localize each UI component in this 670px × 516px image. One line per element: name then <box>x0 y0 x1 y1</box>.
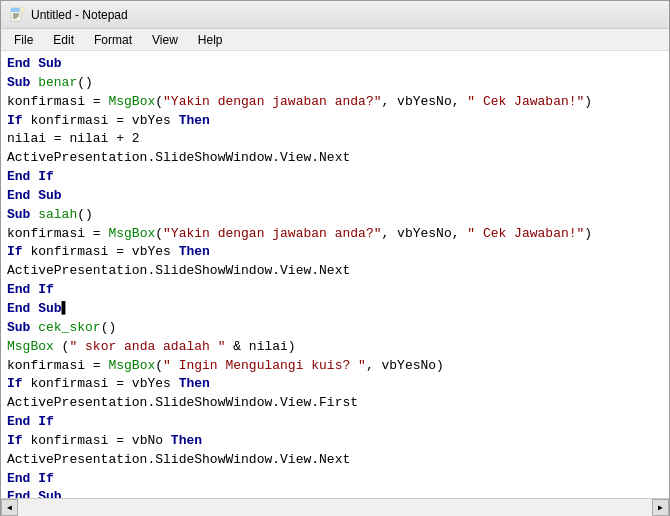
editor-area[interactable]: End Sub Sub benar() konfirmasi = MsgBox(… <box>1 51 669 498</box>
menu-view[interactable]: View <box>143 30 187 50</box>
menu-format[interactable]: Format <box>85 30 141 50</box>
title-bar: Untitled - Notepad <box>1 1 669 29</box>
menu-edit[interactable]: Edit <box>44 30 83 50</box>
scroll-track[interactable] <box>18 499 652 516</box>
scroll-right-button[interactable]: ▶ <box>652 499 669 516</box>
menu-help[interactable]: Help <box>189 30 232 50</box>
menu-file[interactable]: File <box>5 30 42 50</box>
notepad-icon <box>9 7 25 23</box>
notepad-window: Untitled - Notepad File Edit Format View… <box>0 0 670 516</box>
code-content: End Sub Sub benar() konfirmasi = MsgBox(… <box>7 55 663 498</box>
horizontal-scrollbar[interactable]: ◀ ▶ <box>1 498 669 515</box>
svg-rect-1 <box>11 8 21 12</box>
scroll-left-button[interactable]: ◀ <box>1 499 18 516</box>
window-title: Untitled - Notepad <box>31 8 661 22</box>
menu-bar: File Edit Format View Help <box>1 29 669 51</box>
